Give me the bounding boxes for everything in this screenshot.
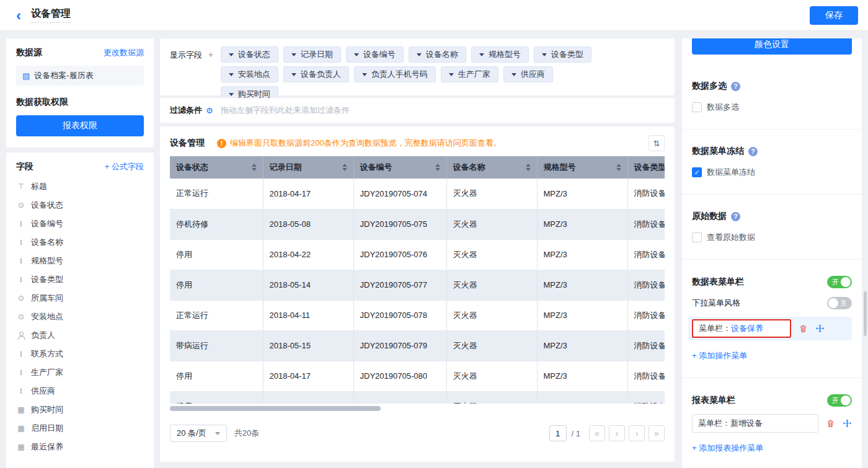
help-icon[interactable]: ? bbox=[748, 147, 758, 156]
delete-icon[interactable] bbox=[799, 324, 808, 333]
add-report-menu-link[interactable]: + 添加报表操作菜单 bbox=[692, 443, 852, 454]
menu-freeze-option[interactable]: ✓ 数据菜单冻结 bbox=[692, 167, 852, 178]
display-field-chip[interactable]: 生产厂家 bbox=[441, 66, 498, 82]
table-row[interactable]: 正常运行2018-04-11JDY20190705-078灭火器MPZ/3消防设… bbox=[170, 300, 665, 330]
help-icon[interactable]: ? bbox=[731, 82, 740, 91]
horizontal-scrollbar[interactable] bbox=[170, 406, 381, 411]
toggle-off-label: 关 bbox=[840, 299, 847, 308]
display-field-chip[interactable]: 设备类型 bbox=[534, 46, 591, 63]
first-page-button[interactable]: « bbox=[589, 425, 605, 441]
table-row[interactable]: 停用2018-04-17JDY20190705-080灭火器MPZ/3消防设备 bbox=[170, 361, 665, 391]
data-table-menu-toggle[interactable]: 开 bbox=[827, 276, 852, 288]
delete-icon[interactable] bbox=[826, 419, 835, 428]
current-page-box[interactable]: 1 bbox=[549, 425, 567, 441]
menu-item-value: 设备保养 bbox=[731, 323, 763, 334]
column-header-inner: 规格型号 bbox=[544, 162, 621, 173]
text-icon: I bbox=[16, 275, 26, 285]
field-label: 供应商 bbox=[31, 386, 55, 397]
dropdown-style-toggle[interactable]: 关 bbox=[827, 297, 852, 309]
gear-icon[interactable]: ⚙ bbox=[206, 106, 213, 115]
raw-data-option[interactable]: 查看原始数据 bbox=[692, 232, 852, 243]
field-item[interactable]: ⊙设备状态 bbox=[16, 196, 144, 214]
add-operation-menu-link[interactable]: + 添加操作菜单 bbox=[692, 350, 852, 361]
last-page-button[interactable]: » bbox=[649, 425, 665, 441]
display-field-chip[interactable]: 安装地点 bbox=[221, 66, 278, 82]
column-header[interactable]: 设备类型 bbox=[627, 156, 665, 179]
text-icon: I bbox=[16, 219, 26, 229]
page-size-select[interactable]: 20 条/页 bbox=[170, 425, 227, 442]
display-field-chip[interactable]: 规格型号 bbox=[471, 46, 529, 63]
datasource-item[interactable]: ▤ 设备档案-履历表 bbox=[16, 66, 144, 86]
display-field-chip[interactable]: 负责人手机号码 bbox=[354, 66, 436, 82]
add-formula-field-link[interactable]: + 公式字段 bbox=[105, 161, 144, 172]
field-item[interactable]: I设备编号 bbox=[16, 214, 144, 233]
field-item[interactable]: ⊙安装地点 bbox=[16, 307, 144, 326]
column-label: 设备类型 bbox=[634, 162, 665, 173]
table-row[interactable]: 报废2018-05-12JDY20190705-081灭火器MPZ/3消防设备 bbox=[170, 391, 665, 404]
field-item[interactable]: I设备类型 bbox=[16, 270, 144, 289]
menu-item-device-maintenance[interactable]: 菜单栏： 设备保养 bbox=[692, 319, 791, 338]
display-field-chip[interactable]: 供应商 bbox=[503, 66, 553, 82]
display-field-chip[interactable]: 设备状态 bbox=[221, 46, 278, 63]
table-row[interactable]: 带病运行2018-05-15JDY20190705-079灭火器MPZ/3消防设… bbox=[170, 330, 665, 361]
column-header-inner: 设备编号 bbox=[360, 162, 440, 173]
display-field-chip[interactable]: 记录日期 bbox=[283, 46, 341, 63]
table-row[interactable]: 停用2018-05-14JDY20190705-077灭火器MPZ/3消防设备 bbox=[170, 270, 665, 300]
field-item[interactable]: ▦最近保养 bbox=[16, 438, 144, 456]
table-row[interactable]: 停机待修2018-05-08JDY20190705-075灭火器MPZ/3消防设… bbox=[170, 209, 665, 239]
column-header[interactable]: 记录日期 bbox=[263, 156, 353, 179]
permission-title: 数据获取权限 bbox=[16, 97, 144, 108]
table-cell: 消防设备 bbox=[627, 391, 665, 404]
field-item[interactable]: I联系方式 bbox=[16, 345, 144, 363]
add-display-field-button[interactable]: + bbox=[208, 50, 213, 60]
field-item[interactable]: I供应商 bbox=[16, 382, 144, 400]
chevron-down-icon bbox=[542, 53, 547, 56]
table-cell: JDY20190705-075 bbox=[353, 209, 446, 239]
column-header[interactable]: 设备状态 bbox=[170, 156, 263, 179]
sort-icon: ⇅ bbox=[653, 139, 660, 148]
report-permission-button[interactable]: 报表权限 bbox=[16, 115, 144, 136]
field-item[interactable]: I生产厂家 bbox=[16, 363, 144, 382]
column-header[interactable]: 设备编号 bbox=[353, 156, 446, 179]
display-field-chip[interactable]: 设备负责人 bbox=[283, 66, 349, 82]
save-button[interactable]: 保存 bbox=[810, 6, 858, 25]
menu-item-new-device[interactable]: 菜单栏： 新增设备 bbox=[692, 414, 818, 433]
pagination-bar: 20 条/页 共20条 1 / 1 « ‹ › » bbox=[170, 425, 665, 442]
multi-select-option[interactable]: 数据多选 bbox=[692, 102, 852, 113]
report-menu-toggle[interactable]: 开 bbox=[827, 394, 852, 407]
raw-data-checkbox[interactable] bbox=[692, 232, 702, 242]
page-title[interactable]: 设备管理 bbox=[31, 7, 71, 23]
move-icon[interactable] bbox=[843, 419, 852, 428]
field-item[interactable]: 负责人 bbox=[16, 326, 144, 345]
help-icon[interactable]: ? bbox=[731, 212, 740, 221]
display-field-chip[interactable]: 设备名称 bbox=[409, 46, 466, 63]
column-header[interactable]: 规格型号 bbox=[537, 156, 627, 179]
field-item[interactable]: ⊤标题 bbox=[16, 177, 144, 196]
divider bbox=[682, 377, 862, 378]
date-icon: ▦ bbox=[16, 424, 26, 433]
row-sort-button[interactable]: ⇅ bbox=[649, 135, 665, 151]
sort-asc-icon bbox=[252, 164, 257, 167]
change-datasource-link[interactable]: 更改数据源 bbox=[104, 47, 144, 58]
field-item[interactable]: I规格型号 bbox=[16, 252, 144, 270]
table-body: 正常运行2018-04-17JDY20190705-074灭火器MPZ/3消防设… bbox=[170, 179, 665, 404]
sort-asc-icon bbox=[435, 164, 440, 167]
multi-select-checkbox[interactable] bbox=[692, 102, 702, 112]
color-settings-button[interactable]: 颜色设置 bbox=[692, 38, 852, 55]
table-cell: 正常运行 bbox=[170, 179, 263, 209]
move-icon[interactable] bbox=[815, 324, 825, 333]
prev-page-button[interactable]: ‹ bbox=[609, 425, 625, 441]
column-header[interactable]: 设备名称 bbox=[446, 156, 537, 179]
field-item[interactable]: ▦购买时间 bbox=[16, 400, 144, 419]
back-icon[interactable]: ‹ bbox=[16, 8, 21, 23]
sort-arrows-icon bbox=[521, 164, 531, 171]
vertical-scrollbar[interactable] bbox=[864, 291, 867, 336]
field-item[interactable]: I设备名称 bbox=[16, 233, 144, 252]
menu-freeze-checkbox[interactable]: ✓ bbox=[692, 167, 702, 177]
field-item[interactable]: ⊙所属车间 bbox=[16, 289, 144, 307]
display-field-chip[interactable]: 设备编号 bbox=[346, 46, 404, 63]
table-row[interactable]: 正常运行2018-04-17JDY20190705-074灭火器MPZ/3消防设… bbox=[170, 179, 665, 209]
next-page-button[interactable]: › bbox=[629, 425, 645, 441]
table-row[interactable]: 停用2018-04-22JDY20190705-076灭火器MPZ/3消防设备 bbox=[170, 239, 665, 270]
field-item[interactable]: ▦启用日期 bbox=[16, 419, 144, 438]
